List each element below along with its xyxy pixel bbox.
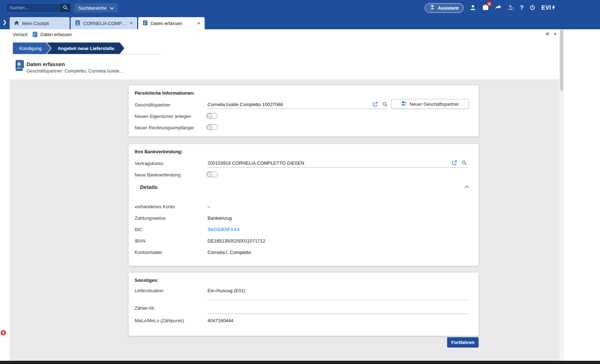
wizard-step-kuendigung[interactable]: Kündigung — [13, 43, 51, 54]
history-bar: Verlauf: Daten erfassen ✕ ▾ — [0, 29, 600, 40]
status-badge: 8 — [1, 330, 6, 335]
help-button[interactable]: ? — [520, 5, 524, 11]
tab-label: CORNELIA COMPLET... — [83, 21, 127, 26]
content-area: Persönliche Informationen: Geschäftspart… — [10, 79, 559, 361]
new-business-partner-button[interactable]: Neuer Geschäftspartner — [391, 99, 469, 109]
contract-account-label: Vertragskonto — [135, 161, 163, 166]
malo-melo-value: 4047160444 — [208, 318, 233, 323]
new-bank-toggle[interactable] — [206, 171, 218, 177]
bank-card: Ihre Bankverbindung: Vertragskonto 20010… — [129, 144, 479, 266]
search-areas-button[interactable]: Suchbereiche — [74, 3, 118, 13]
detail-value: Cornelia I. Completto — [208, 250, 251, 255]
topbar-actions: Assistent 8 ? EVI — [425, 0, 555, 16]
malo-melo-label: MaLo/MeLo (Zählpunkt) — [135, 318, 184, 323]
person-book-icon — [14, 59, 26, 74]
close-view-icon[interactable]: ✕ — [545, 31, 550, 37]
search-button[interactable] — [60, 4, 71, 12]
assistant-icon — [430, 5, 435, 11]
tabbar: ❯ Mein Cockpit CORNELIA COMPLET... ✕ Dat… — [0, 16, 600, 29]
window-bottom-edge — [0, 361, 600, 364]
value-help-search-icon[interactable] — [462, 160, 467, 165]
agent-icon — [508, 4, 514, 12]
detail-value: DE16513500250011071712 — [208, 238, 265, 244]
new-owner-toggle[interactable] — [206, 113, 218, 119]
search-input[interactable] — [6, 4, 60, 12]
page-title: Daten erfassen — [26, 61, 65, 67]
new-recipient-toggle[interactable] — [206, 124, 218, 130]
process-steps: Kündigung Angebot neue Lieferstelle Folg… — [13, 43, 120, 54]
open-object-icon[interactable] — [372, 101, 378, 107]
forward-button[interactable] — [495, 5, 501, 11]
contract-account-valuehelp — [452, 160, 467, 165]
scrollbar-thumb[interactable] — [560, 30, 563, 91]
section-title-misc: Sonstiges: — [135, 278, 158, 283]
collapse-details-icon[interactable] — [465, 185, 469, 188]
personal-info-card: Persönliche Informationen: Geschäftspart… — [129, 85, 479, 136]
help-icon: ? — [520, 5, 524, 11]
history-label: Verlauf: — [13, 32, 29, 37]
value-help-search-icon[interactable] — [382, 102, 388, 107]
business-partner-label: Geschäftspartner — [135, 102, 170, 108]
tab-label: Daten erfassen — [151, 21, 182, 26]
history-dropdown-icon[interactable]: ▾ — [554, 32, 556, 36]
wizard-divider — [13, 54, 161, 54]
vertical-scrollbar[interactable] — [559, 29, 564, 361]
bic-link[interactable]: SKGIDE5FXXX — [208, 227, 240, 232]
wizard-step-angebot-neue-lieferstelle[interactable]: Angebot neue Lieferstelle — [47, 43, 124, 54]
field-underline — [208, 314, 468, 314]
section-title-personal: Persönliche Informationen: — [135, 90, 195, 96]
close-icon[interactable]: ✕ — [130, 21, 133, 26]
new-owner-label: Neuen Eigentümer anlegen — [135, 114, 191, 119]
contract-account-field[interactable]: 200103918 CORNELIA COMPLETTO GIEßEN — [208, 160, 304, 166]
business-partner-valuehelp — [372, 101, 388, 107]
brand-logo: EVI — [541, 5, 555, 11]
form-doc-icon — [142, 20, 148, 27]
close-icon[interactable]: ✕ — [197, 21, 200, 26]
brand-bolt-icon — [552, 5, 555, 11]
tab-cornelia-completto[interactable]: CORNELIA COMPLET... ✕ — [71, 17, 137, 29]
assistant-button[interactable]: Assistent — [425, 3, 464, 13]
detail-label: IBAN — [135, 238, 145, 244]
search-areas-label: Suchbereiche — [78, 5, 107, 11]
contact-card-icon — [75, 20, 80, 27]
agent-button[interactable] — [508, 4, 514, 12]
section-title-bank: Ihre Bankverbindung: — [135, 149, 182, 154]
detail-label: vorhandenes Konto — [135, 204, 175, 209]
inbox-button[interactable]: 8 — [482, 4, 489, 11]
tab-label: Mein Cockpit — [22, 21, 49, 26]
logout-button[interactable] — [530, 5, 535, 11]
user-icon — [470, 4, 476, 12]
misc-card: Sonstiges: Liefersituation Ein-/Auszug (… — [129, 273, 479, 336]
power-icon — [530, 5, 535, 11]
tab-daten-erfassen[interactable]: Daten erfassen ✕ — [138, 17, 205, 29]
step-label: Folgeaktionen — [131, 46, 160, 51]
business-partner-field[interactable]: Cornelia Isolde Completto 10027068 — [208, 102, 283, 107]
history-current-item[interactable]: Daten erfassen — [40, 32, 72, 37]
meter-number-input[interactable] — [208, 306, 468, 314]
open-tabs: Mein Cockpit CORNELIA COMPLET... ✕ Daten… — [10, 17, 205, 29]
app-window: Suchbereiche Assistent 8 ? — [0, 0, 600, 364]
delivery-situation-field[interactable]: Ein-/Auszug (E01) — [208, 288, 245, 293]
brand-text: EVI — [541, 5, 551, 11]
meter-number-label: Zähler-Nr. — [135, 305, 155, 311]
new-bank-label: Neue Bankverbindung — [135, 172, 181, 178]
tab-mein-cockpit[interactable]: Mein Cockpit — [10, 17, 70, 29]
detail-value: – — [208, 204, 210, 209]
topbar: Suchbereiche Assistent 8 ? — [0, 0, 600, 16]
field-underline — [208, 109, 388, 109]
search-icon — [63, 5, 68, 11]
new-business-partner-label: Neuer Geschäftspartner — [410, 101, 459, 107]
details-title: Details — [140, 184, 158, 190]
tab-scroll-left-button[interactable]: ❯ — [2, 19, 7, 25]
home-icon — [14, 20, 19, 26]
user-button[interactable] — [470, 4, 476, 12]
global-search — [6, 3, 71, 13]
step-label: Angebot neue Lieferstelle — [58, 46, 114, 51]
continue-button[interactable]: Fortfahren — [447, 337, 479, 348]
open-object-icon[interactable] — [452, 160, 457, 165]
new-recipient-label: Neuer Rechnungsempfänger — [135, 125, 194, 130]
notification-badge: 8 — [487, 1, 492, 6]
step-label: Kündigung — [19, 46, 41, 51]
history-doc-icon — [32, 31, 38, 39]
field-underline — [208, 167, 468, 168]
